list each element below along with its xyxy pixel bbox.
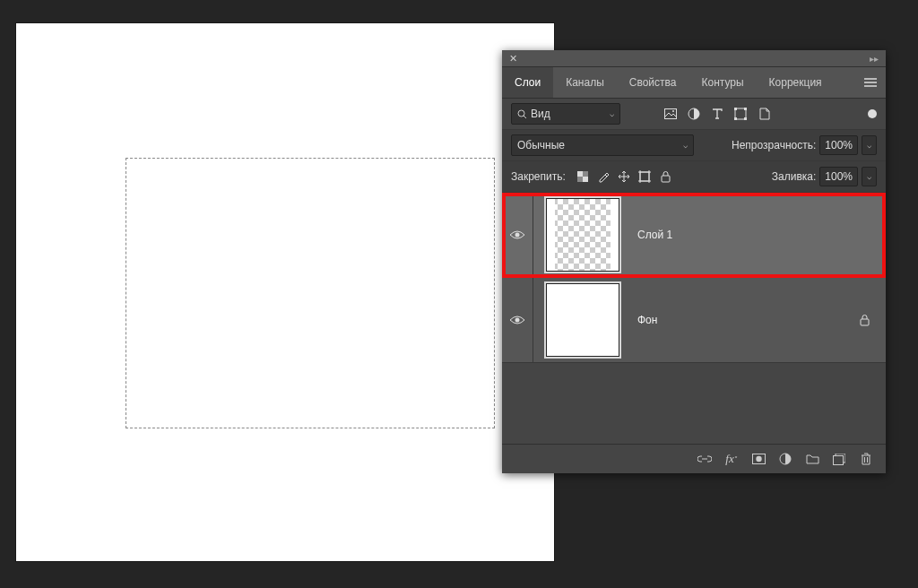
svg-line-1 (524, 116, 526, 118)
tab-label: Слои (515, 76, 541, 89)
layer-mask-icon[interactable] (751, 452, 766, 466)
tab-channels[interactable]: Каналы (553, 67, 617, 98)
chevron-down-icon: ⌵ (610, 109, 614, 118)
selection-marquee (126, 158, 495, 428)
filter-toggle[interactable] (868, 109, 877, 118)
panel-spacer (502, 363, 886, 445)
svg-rect-12 (583, 177, 588, 182)
close-icon[interactable]: ✕ (509, 53, 517, 65)
filter-type-label: Вид (531, 108, 550, 120)
tab-label: Коррекция (769, 76, 822, 89)
chevron-down-icon: ⌵ (867, 141, 871, 150)
opacity-label: Непрозрачность: (732, 139, 816, 151)
canvas[interactable] (16, 23, 554, 561)
svg-rect-25 (834, 455, 844, 464)
collapse-icon[interactable]: ▸▸ (870, 54, 879, 64)
opacity-input[interactable]: 100% (819, 135, 858, 155)
opacity-dropdown[interactable]: ⌵ (862, 135, 877, 155)
panel-menu-button[interactable] (855, 67, 886, 98)
svg-point-19 (515, 233, 520, 238)
layer-name[interactable]: Слой 1 (637, 229, 672, 241)
fill-dropdown[interactable]: ⌵ (862, 167, 877, 186)
tab-adjustments[interactable]: Коррекция (757, 67, 835, 98)
layer-row[interactable]: Фон (502, 278, 886, 363)
tab-layers[interactable]: Слои (502, 67, 553, 98)
eye-icon (509, 229, 525, 240)
blend-mode-label: Обычные (517, 139, 565, 151)
group-icon[interactable] (805, 452, 819, 466)
hamburger-icon (864, 78, 877, 87)
fill-input[interactable]: 100% (819, 167, 858, 186)
layer-row[interactable]: Слой 1 (502, 193, 886, 278)
blend-mode-select[interactable]: Обычные ⌵ (511, 134, 694, 156)
adjustment-layer-icon[interactable] (778, 452, 792, 466)
svg-rect-2 (665, 109, 677, 119)
filter-type-icon[interactable] (710, 107, 724, 121)
lock-paint-icon[interactable] (597, 170, 611, 184)
chevron-down-icon: ⌵ (867, 172, 871, 181)
fill-label: Заливка: (772, 170, 817, 183)
search-icon (517, 109, 527, 119)
lock-row: Закрепить: Заливка: 100% ⌵ (502, 161, 886, 193)
layer-visibility[interactable] (502, 278, 533, 362)
chevron-down-icon: ⌵ (683, 141, 688, 150)
svg-rect-6 (734, 108, 737, 110)
filter-smartobject-icon[interactable] (757, 107, 771, 121)
eye-icon (509, 315, 525, 325)
lock-artboard-icon[interactable] (638, 170, 652, 184)
svg-point-0 (518, 110, 524, 117)
tab-paths[interactable]: Контуры (688, 67, 756, 98)
layer-name[interactable]: Фон (637, 314, 657, 326)
lock-label: Закрепить: (511, 170, 566, 183)
svg-rect-11 (577, 171, 583, 177)
svg-point-20 (515, 318, 520, 323)
svg-rect-9 (744, 117, 747, 120)
opacity-value: 100% (825, 139, 853, 151)
panel-titlebar: ✕ ▸▸ (502, 50, 886, 67)
svg-rect-7 (744, 108, 747, 110)
panel-footer: fx˅ (502, 445, 886, 473)
layer-visibility[interactable] (502, 193, 533, 277)
svg-rect-8 (734, 117, 737, 120)
svg-rect-18 (662, 176, 670, 182)
layer-filter-type[interactable]: Вид ⌵ (511, 103, 620, 125)
panel-tabs: Слои Каналы Свойства Контуры Коррекция (502, 67, 886, 99)
lock-all-icon[interactable] (659, 170, 672, 184)
lock-position-icon[interactable] (618, 170, 631, 184)
tab-label: Контуры (701, 76, 743, 89)
layer-list: Слой 1 Фон (502, 193, 886, 363)
layers-panel: ✕ ▸▸ Слои Каналы Свойства Контуры Коррек… (502, 50, 886, 473)
lock-transparency-icon[interactable] (576, 170, 590, 184)
layer-effects-icon[interactable]: fx˅ (724, 452, 739, 466)
filter-icons (663, 107, 771, 121)
filter-pixel-icon[interactable] (663, 107, 678, 121)
svg-point-23 (756, 456, 761, 462)
svg-rect-13 (640, 172, 649, 181)
tab-label: Каналы (566, 76, 604, 89)
delete-layer-icon[interactable] (859, 452, 873, 466)
filter-row: Вид ⌵ (502, 99, 886, 130)
layer-thumbnail[interactable] (544, 281, 621, 359)
filter-adjustment-icon[interactable] (687, 107, 701, 121)
tab-properties[interactable]: Свойства (617, 67, 689, 98)
svg-point-3 (672, 110, 674, 112)
link-layers-icon[interactable] (697, 452, 712, 466)
layer-thumbnail[interactable] (544, 196, 621, 273)
svg-rect-21 (861, 319, 869, 325)
tab-label: Свойства (629, 76, 677, 89)
new-layer-icon[interactable] (832, 452, 846, 466)
fill-value: 100% (825, 170, 853, 183)
filter-shape-icon[interactable] (733, 107, 748, 121)
lock-icon[interactable] (860, 315, 870, 326)
blend-row: Обычные ⌵ Непрозрачность: 100% ⌵ (502, 130, 886, 161)
